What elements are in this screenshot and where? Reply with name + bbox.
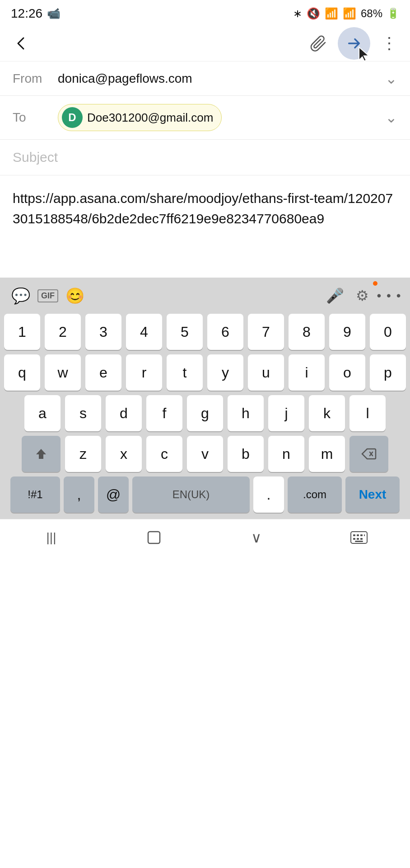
mute-icon: 🔇 <box>307 7 320 20</box>
keyboard: 1 2 3 4 5 6 7 8 9 0 q w e r t y u i o p … <box>0 312 410 519</box>
key-0[interactable]: 0 <box>370 314 406 350</box>
nav-back-button[interactable]: ||| <box>33 524 70 551</box>
key-8[interactable]: 8 <box>289 314 325 350</box>
more-options-button[interactable]: ⋮ <box>377 32 401 55</box>
key-y[interactable]: y <box>207 354 243 391</box>
language-key[interactable]: EN(UK) <box>132 476 250 513</box>
nav-home-button[interactable] <box>136 524 172 551</box>
svg-rect-0 <box>148 532 160 543</box>
key-7[interactable]: 7 <box>248 314 284 350</box>
recipient-chip[interactable]: D Doe301200@gmail.com <box>58 104 222 131</box>
key-b[interactable]: b <box>228 436 264 472</box>
key-q[interactable]: q <box>4 354 40 391</box>
svg-rect-2 <box>353 534 355 536</box>
shift-key[interactable] <box>22 436 61 472</box>
nav-down-icon: ∨ <box>251 529 261 546</box>
key-4[interactable]: 4 <box>126 314 162 350</box>
comma-key[interactable]: , <box>64 476 94 513</box>
key-m[interactable]: m <box>309 436 345 472</box>
bluetooth-icon: ∗ <box>293 7 302 20</box>
gif-button[interactable]: GIF <box>34 283 61 308</box>
from-label: From <box>13 71 58 86</box>
keyboard-number-row: 1 2 3 4 5 6 7 8 9 0 <box>3 314 407 350</box>
keyboard-toolbar: 💬 GIF 😊 🎤 ⚙ • • • <box>0 278 410 312</box>
nav-recent-button[interactable]: ∨ <box>238 524 275 551</box>
email-toolbar: ⋮ <box>0 25 410 61</box>
key-d[interactable]: d <box>106 395 142 431</box>
send-button[interactable] <box>338 27 370 60</box>
keyboard-row-z: z x c v b n m <box>3 436 407 472</box>
from-value: donica@pageflows.com <box>58 71 382 86</box>
video-icon: 📹 <box>47 7 61 20</box>
key-s[interactable]: s <box>65 395 101 431</box>
key-w[interactable]: w <box>45 354 81 391</box>
key-5[interactable]: 5 <box>167 314 203 350</box>
emoji-button[interactable]: 😊 <box>61 283 89 308</box>
key-e[interactable]: e <box>85 354 121 391</box>
svg-rect-5 <box>364 534 365 536</box>
gif-label: GIF <box>37 289 58 302</box>
nav-keyboard-button[interactable] <box>341 524 377 551</box>
wifi-icon: 📶 <box>325 7 338 20</box>
key-x[interactable]: x <box>106 436 142 472</box>
symbols-key[interactable]: !#1 <box>10 476 60 513</box>
key-k[interactable]: k <box>309 395 345 431</box>
status-time: 12:26 <box>11 6 42 21</box>
email-body[interactable]: https://app.asana.com/share/moodjoy/etha… <box>0 175 410 241</box>
key-3[interactable]: 3 <box>85 314 121 350</box>
keyboard-row-a: a s d f g h j k l <box>3 395 407 431</box>
at-key[interactable]: @ <box>98 476 129 513</box>
subject-placeholder: Subject <box>13 150 58 165</box>
period-key[interactable]: . <box>253 476 284 513</box>
svg-rect-9 <box>355 541 363 542</box>
key-t[interactable]: t <box>167 354 203 391</box>
to-chevron-icon[interactable]: ⌄ <box>385 109 397 126</box>
to-label: To <box>13 110 58 125</box>
dotcom-key[interactable]: .com <box>288 476 342 513</box>
back-button[interactable] <box>9 32 33 55</box>
notification-dot <box>373 281 377 286</box>
key-p[interactable]: p <box>370 354 406 391</box>
key-h[interactable]: h <box>228 395 264 431</box>
keyboard-row-special: !#1 , @ EN(UK) . .com Next <box>3 476 407 513</box>
key-i[interactable]: i <box>289 354 325 391</box>
key-r[interactable]: r <box>126 354 162 391</box>
status-icons: ∗ 🔇 📶 📶 68% 🔋 <box>293 7 399 20</box>
backspace-key[interactable] <box>349 436 388 472</box>
attach-button[interactable] <box>307 32 331 55</box>
key-2[interactable]: 2 <box>45 314 81 350</box>
key-6[interactable]: 6 <box>207 314 243 350</box>
key-n[interactable]: n <box>268 436 304 472</box>
subject-field[interactable]: Subject <box>0 140 410 175</box>
mic-button[interactable]: 🎤 <box>321 283 349 308</box>
key-l[interactable]: l <box>349 395 386 431</box>
battery-level: 68% <box>361 7 382 20</box>
nav-bar: ||| ∨ <box>0 519 410 555</box>
key-z[interactable]: z <box>65 436 101 472</box>
key-9[interactable]: 9 <box>329 314 365 350</box>
key-a[interactable]: a <box>24 395 61 431</box>
mic-icon: 🎤 <box>326 287 344 304</box>
settings-button[interactable]: ⚙ <box>349 283 376 308</box>
key-o[interactable]: o <box>329 354 365 391</box>
body-spacer <box>0 241 410 278</box>
key-c[interactable]: c <box>146 436 182 472</box>
svg-rect-8 <box>360 538 363 540</box>
key-f[interactable]: f <box>146 395 182 431</box>
key-u[interactable]: u <box>248 354 284 391</box>
battery-icon: 🔋 <box>387 8 399 19</box>
key-v[interactable]: v <box>187 436 223 472</box>
key-g[interactable]: g <box>187 395 223 431</box>
signal-icon: 📶 <box>343 7 356 20</box>
gear-icon: ⚙ <box>356 287 369 304</box>
nav-back-icon: ||| <box>47 530 56 545</box>
from-chevron-icon[interactable]: ⌄ <box>385 70 397 87</box>
more-icon: • • • <box>377 288 402 303</box>
from-field-row: From donica@pageflows.com ⌄ <box>0 61 410 96</box>
sticker-button[interactable]: 💬 <box>7 283 34 308</box>
more-keyboard-button[interactable]: • • • <box>376 283 403 308</box>
to-field-row: To D Doe301200@gmail.com ⌄ <box>0 96 410 140</box>
key-1[interactable]: 1 <box>4 314 40 350</box>
next-key[interactable]: Next <box>345 476 400 513</box>
key-j[interactable]: j <box>268 395 304 431</box>
